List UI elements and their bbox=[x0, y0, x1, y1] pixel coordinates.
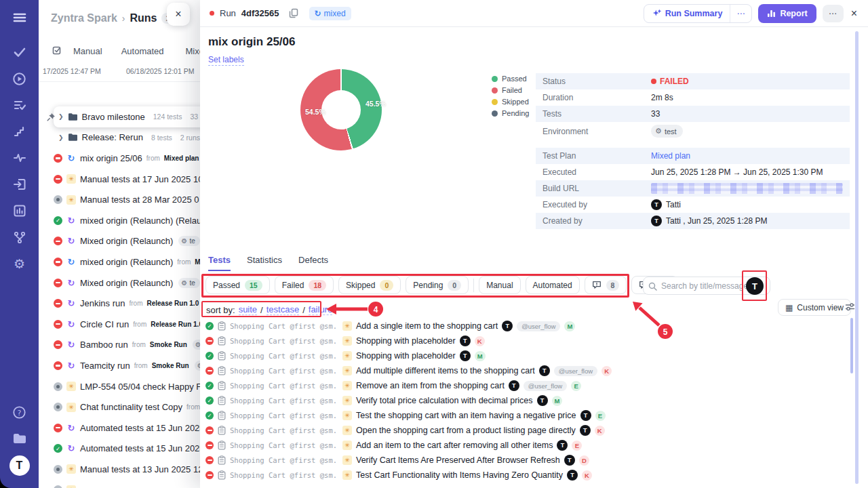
run-list-item[interactable]: Automated tests at 15 Jun 2025 bbox=[39, 418, 200, 439]
menu-icon[interactable] bbox=[10, 8, 29, 27]
run-list-item[interactable]: Manual tests at 28 Mar 2025 0 bbox=[39, 189, 200, 210]
report-button[interactable]: Report bbox=[758, 4, 816, 23]
test-title[interactable]: Verify total price calculation with deci… bbox=[356, 396, 533, 405]
milestones-icon[interactable] bbox=[10, 122, 29, 141]
test-title[interactable]: Test Cart Functionality with Items Havin… bbox=[356, 470, 563, 480]
filter-passed-button[interactable]: Passed15 bbox=[205, 276, 270, 294]
settings-gear-icon[interactable]: ⚙ bbox=[10, 254, 29, 273]
test-row[interactable]: Shopping Cart @first @sm... Shopping wit… bbox=[205, 348, 867, 363]
run-plan-name[interactable]: Smoke Run bbox=[150, 341, 187, 348]
run-list-item[interactable]: mixed origin (Relaunch) from Mi bbox=[39, 251, 200, 272]
tab-manual[interactable]: Manual bbox=[73, 46, 102, 56]
run-list-item[interactable]: Mixed origin (Relaunch) te bbox=[39, 272, 200, 293]
projects-folder-icon[interactable] bbox=[10, 429, 29, 448]
assignee-avatar[interactable]: T bbox=[746, 277, 764, 295]
test-row[interactable]: Shopping Cart @first @sm... Verify total… bbox=[205, 393, 867, 408]
run-list-item[interactable]: Chat functinality test Copy from bbox=[39, 396, 200, 418]
run-list-item[interactable]: Mixed origin (Relaunch) te bbox=[39, 231, 200, 252]
more-actions-button[interactable]: ⋯ bbox=[823, 5, 844, 22]
filter-failed-button[interactable]: Failed18 bbox=[275, 276, 334, 294]
filter-skipped-button[interactable]: Skipped0 bbox=[338, 276, 401, 294]
test-title[interactable]: Open the shopping cart from a product li… bbox=[356, 426, 576, 435]
run-plan-name[interactable]: Release Run 1.0 bbox=[146, 300, 199, 307]
plans-icon[interactable] bbox=[10, 96, 29, 115]
filter-automated-button[interactable]: Automated bbox=[526, 276, 580, 294]
assignee-avatar: T bbox=[567, 470, 578, 481]
set-labels-link[interactable]: Set labels bbox=[208, 55, 244, 66]
date-value: 17/2025 12:47 PM bbox=[43, 67, 101, 75]
run-list-item[interactable]: Manual tests at 13 Jun 2025 12 bbox=[39, 459, 200, 480]
run-list-item[interactable]: Manual tests at 17 Jun 2025 10 bbox=[39, 169, 200, 190]
panel-scrollbar[interactable] bbox=[855, 31, 859, 484]
run-list-item[interactable]: Teamcity run from Smoke Run te bbox=[39, 355, 200, 376]
run-list-item[interactable]: mix origin 25/06 from Mixed plan bbox=[39, 148, 200, 169]
sort-testcase-link[interactable]: testcase bbox=[267, 304, 299, 315]
runs-icon[interactable] bbox=[10, 69, 29, 88]
activity-icon[interactable] bbox=[10, 148, 29, 167]
filter-pending-button[interactable]: Pending0 bbox=[406, 276, 469, 294]
run-plan-name[interactable]: Mi bbox=[195, 258, 200, 266]
run-type-badge[interactable]: mixed bbox=[309, 7, 351, 20]
test-title[interactable]: Shopping with placeholder bbox=[356, 336, 456, 346]
test-cases-icon[interactable] bbox=[10, 43, 29, 62]
test-row[interactable]: Shopping Cart @first @sm... Test the sho… bbox=[205, 408, 867, 423]
test-title[interactable]: Test the shopping cart with an item havi… bbox=[356, 411, 576, 420]
test-row[interactable]: Shopping Cart @first @sm... Add an item … bbox=[205, 438, 867, 453]
tab-mixed[interactable]: Mixed bbox=[186, 46, 200, 56]
test-row[interactable]: Shopping Cart @first @sm... Shopping wit… bbox=[205, 333, 867, 348]
filter-manual-button[interactable]: Manual bbox=[479, 276, 520, 294]
test-row[interactable]: Shopping Cart @first @sm... Remove an it… bbox=[205, 378, 867, 393]
run-summary-button[interactable]: Run Summary ⋯ bbox=[644, 4, 753, 23]
test-row[interactable]: Shopping Cart @first @sm... Open the sho… bbox=[205, 423, 867, 438]
run-list-item[interactable]: mixed origin (Relaunch) (Relau bbox=[39, 210, 200, 231]
run-list-item[interactable]: Automated tests at 15 Jun 2025 bbox=[39, 439, 200, 460]
sort-suite-link[interactable]: suite bbox=[239, 304, 257, 315]
test-title[interactable]: Add a single item to the shopping cart bbox=[356, 321, 498, 331]
run-list-item[interactable]: Bamboo run from Smoke Run te bbox=[39, 335, 200, 356]
tab-statistics[interactable]: Statistics bbox=[247, 255, 282, 271]
select-all-icon[interactable] bbox=[52, 45, 62, 58]
copy-icon[interactable] bbox=[289, 8, 298, 18]
author-letter-badge: K bbox=[601, 366, 612, 376]
run-summary-more-icon[interactable]: ⋯ bbox=[730, 5, 751, 22]
milestone-folder-row[interactable]: Bravo milestone 124 tests 33 runs bbox=[54, 106, 200, 127]
run-plan-name[interactable]: Smoke Run bbox=[152, 362, 189, 369]
filter-sliders-icon[interactable] bbox=[845, 302, 855, 314]
import-icon[interactable] bbox=[10, 175, 29, 194]
test-row[interactable]: Shopping Cart @first @sm... Verify Cart … bbox=[205, 453, 867, 468]
run-plan-name[interactable]: Mixed plan bbox=[164, 155, 199, 162]
close-run-button[interactable]: × bbox=[850, 7, 859, 20]
test-title[interactable]: Remove an item from the shopping cart bbox=[356, 381, 505, 390]
reports-icon[interactable] bbox=[10, 201, 29, 220]
milestone-folder-row[interactable]: Release: Rerun 8 tests 2 runs bbox=[39, 127, 200, 148]
tab-defects[interactable]: Defects bbox=[298, 255, 328, 271]
list-scrollbar-thumb[interactable] bbox=[850, 318, 853, 373]
sort-failure-link[interactable]: failure bbox=[309, 304, 332, 315]
run-list-item[interactable]: LMP-554 05/04 check Happy F bbox=[39, 376, 200, 397]
run-list-item[interactable]: Jenkins run from Release Run 1.0 bbox=[39, 293, 200, 314]
filter-comments-button[interactable]: 8 bbox=[585, 276, 627, 294]
help-icon[interactable]: ? bbox=[10, 403, 29, 422]
chevron-right-icon[interactable] bbox=[58, 113, 64, 120]
user-avatar[interactable]: T bbox=[9, 455, 30, 476]
run-plan-name[interactable]: Release Run 1.0 bbox=[151, 321, 200, 328]
run-list-item[interactable]: Circle CI run from Release Run 1.0 bbox=[39, 314, 200, 335]
run-type-icon bbox=[66, 278, 76, 287]
test-title[interactable]: Verify Cart Items Are Preserved After Br… bbox=[356, 455, 560, 465]
run-list-item[interactable] bbox=[39, 480, 200, 488]
run-environment-badge: te bbox=[178, 278, 200, 288]
test-title[interactable]: Add an item to the cart after removing a… bbox=[356, 441, 553, 450]
chevron-right-icon[interactable] bbox=[58, 134, 64, 141]
custom-view-button[interactable]: ▦ Custom view bbox=[778, 299, 851, 316]
test-row[interactable]: Shopping Cart @first @sm... Test Cart Fu… bbox=[205, 468, 867, 483]
test-plan-link[interactable]: Mixed plan bbox=[651, 151, 690, 161]
project-name[interactable]: Zyntra Spark bbox=[51, 12, 117, 24]
panel-close-button[interactable]: × bbox=[167, 3, 190, 26]
test-title[interactable]: Shopping with placeholder bbox=[356, 351, 456, 361]
tab-automated[interactable]: Automated bbox=[121, 46, 164, 56]
test-row[interactable]: Shopping Cart @first @sm... Add a single… bbox=[205, 319, 867, 333]
test-row[interactable]: Shopping Cart @first @sm... Add multiple… bbox=[205, 363, 867, 378]
test-title[interactable]: Add multiple different items to the shop… bbox=[356, 366, 535, 375]
tab-tests[interactable]: Tests bbox=[208, 255, 231, 271]
integrations-icon[interactable] bbox=[10, 228, 29, 247]
